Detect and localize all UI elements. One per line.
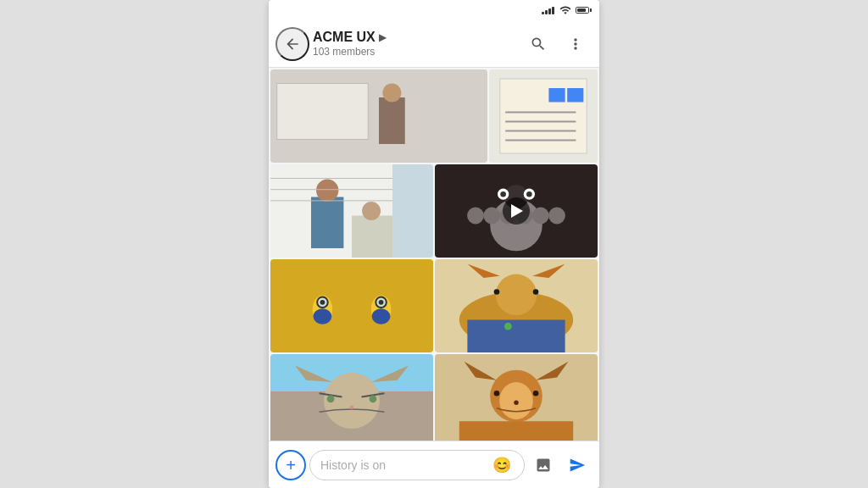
search-icon — [530, 36, 547, 53]
send-icon — [569, 457, 586, 474]
grid-cell-sheep[interactable] — [435, 164, 598, 258]
grid-row-3 — [270, 259, 598, 352]
more-vert-icon — [567, 36, 584, 53]
emoji-button[interactable]: 😊 — [490, 453, 514, 477]
more-options-button[interactable] — [559, 27, 593, 61]
whiteboard-image — [270, 69, 487, 163]
signal-icon — [542, 7, 554, 14]
header-actions — [521, 27, 593, 61]
grid-cell-doge[interactable] — [435, 354, 598, 441]
image-icon — [535, 457, 552, 474]
search-button[interactable] — [521, 27, 555, 61]
send-button[interactable] — [562, 450, 593, 480]
battery-icon — [576, 7, 589, 14]
header: ACME UX ▶ 103 members — [269, 20, 599, 68]
emoji-icon: 😊 — [492, 456, 511, 474]
input-bar: + History is on 😊 — [269, 441, 599, 488]
text-input-area[interactable]: History is on 😊 — [309, 450, 525, 480]
grid-row-2 — [270, 164, 598, 258]
grid-cell-minions[interactable] — [270, 259, 433, 352]
grid-row-4 — [270, 354, 598, 441]
notes-image — [489, 69, 598, 163]
play-icon — [511, 204, 523, 218]
grid-cell-notes[interactable] — [489, 69, 598, 163]
grid-row-1 — [270, 69, 598, 163]
doge-image — [435, 354, 598, 441]
grid-cell-person[interactable] — [270, 164, 433, 258]
plus-icon: + — [286, 457, 296, 474]
back-arrow-icon — [284, 36, 301, 53]
grid-cell-grumpy-cat[interactable] — [270, 354, 433, 441]
shiba-image — [435, 259, 598, 352]
status-icons — [542, 4, 589, 16]
minions-image — [270, 259, 433, 352]
image-grid — [269, 68, 599, 441]
header-title-area: ACME UX ▶ 103 members — [309, 30, 521, 58]
image-attach-button[interactable] — [528, 450, 559, 480]
group-name-text: ACME UX — [313, 30, 376, 45]
header-group-name[interactable]: ACME UX ▶ — [313, 30, 521, 45]
add-button[interactable]: + — [275, 450, 306, 480]
grid-cell-whiteboard[interactable] — [270, 69, 487, 163]
grumpy-cat-image — [270, 354, 433, 441]
status-bar — [269, 0, 599, 20]
grid-cell-shiba[interactable] — [435, 259, 598, 352]
video-play-overlay — [503, 197, 530, 225]
member-count: 103 members — [313, 46, 521, 58]
input-placeholder: History is on — [320, 458, 490, 472]
wifi-icon — [559, 4, 571, 16]
person-board-image — [270, 164, 433, 258]
phone-frame: ACME UX ▶ 103 members — [269, 0, 599, 488]
back-button[interactable] — [275, 27, 309, 61]
chevron-right-icon: ▶ — [379, 31, 387, 43]
